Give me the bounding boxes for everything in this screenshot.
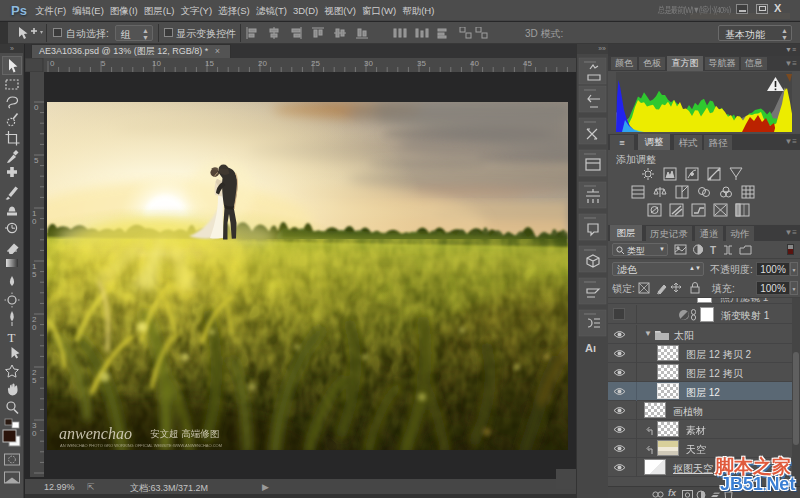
svg-text:T: T — [8, 330, 16, 345]
svg-text:5: 5 — [32, 270, 37, 279]
svg-text:5: 5 — [101, 59, 106, 68]
svg-text:10: 10 — [152, 59, 161, 68]
svg-text:5: 5 — [34, 156, 39, 165]
svg-text:40: 40 — [470, 59, 479, 68]
svg-text:25: 25 — [311, 59, 320, 68]
svg-text:30: 30 — [364, 59, 373, 68]
svg-text:0: 0 — [34, 103, 39, 112]
svg-text:45: 45 — [523, 59, 532, 68]
svg-text:0: 0 — [32, 323, 37, 332]
svg-text:anwenchao: anwenchao — [59, 425, 132, 442]
svg-text:安文超 高端修图: 安文超 高端修图 — [150, 428, 219, 439]
svg-text:0: 0 — [32, 429, 37, 438]
svg-text:0: 0 — [32, 217, 37, 226]
svg-text:35: 35 — [417, 59, 426, 68]
svg-text:20: 20 — [258, 59, 267, 68]
svg-text:0: 0 — [50, 59, 55, 68]
svg-text:AN WENCHAO PHOTO GRO WORKING O: AN WENCHAO PHOTO GRO WORKING OFFICIAL WE… — [60, 443, 222, 448]
svg-text:Aı: Aı — [585, 342, 596, 354]
svg-text:15: 15 — [205, 59, 214, 68]
svg-text:T: T — [710, 245, 716, 256]
svg-text:5: 5 — [32, 376, 37, 385]
